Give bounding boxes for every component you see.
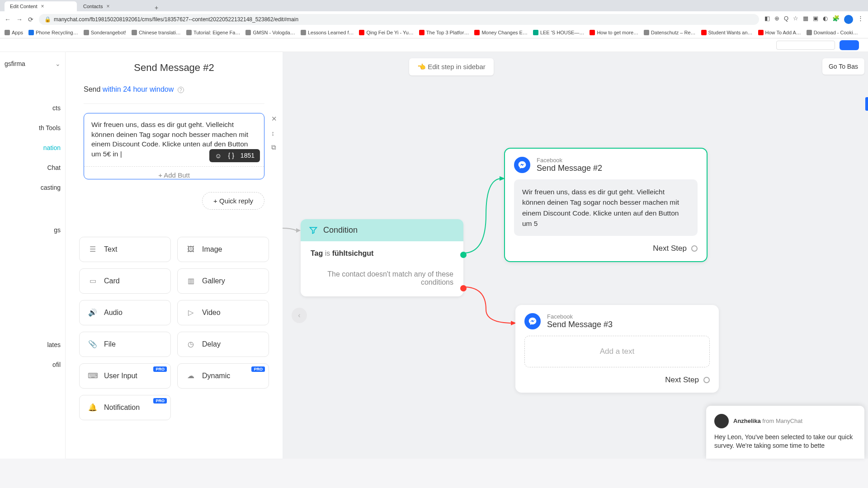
bookmarks-bar: Apps Phone Recycling… Sonderangebot! Chi…	[0, 27, 868, 38]
workspace-selector[interactable]: gsfirma ⌄	[0, 52, 65, 75]
block-gallery[interactable]: ▥Gallery	[177, 268, 269, 294]
message-node-3[interactable]: Facebook Send Message #3 Add a text Next…	[515, 305, 719, 393]
svg-marker-0	[296, 228, 301, 233]
menu-icon[interactable]: ⋮	[858, 15, 863, 24]
bookmark-item[interactable]: Qing Fei De Yi - Yu…	[359, 30, 413, 35]
forward-button[interactable]: →	[16, 16, 23, 23]
block-audio[interactable]: 🔊Audio	[79, 300, 171, 325]
bookmark-item[interactable]: Datenschutz – Re…	[644, 30, 695, 35]
ext-icon[interactable]: ⊕	[774, 15, 779, 24]
sidebar-item-active[interactable]: nation	[0, 138, 65, 158]
messenger-icon	[524, 313, 541, 329]
block-file[interactable]: 📎File	[79, 332, 171, 357]
bookmark-item[interactable]: Lessons Learned f…	[301, 30, 354, 35]
bookmark-item[interactable]: GMSN - Vologda…	[245, 30, 295, 35]
duplicate-icon[interactable]: ⧉	[271, 143, 277, 151]
ext-icon[interactable]: ▣	[813, 15, 818, 24]
delay-icon: ◷	[186, 339, 196, 349]
close-icon[interactable]: ×	[41, 3, 44, 9]
sidebar-item[interactable]: cts	[0, 98, 65, 118]
block-dynamic[interactable]: ☁DynamicPRO	[177, 363, 269, 389]
drag-handle-icon[interactable]: ↕	[271, 129, 277, 137]
reload-button[interactable]: ⟳	[28, 16, 33, 23]
address-bar-row: ← → ⟳ 🔒 manychat.com/fb198150208192061/c…	[0, 11, 868, 27]
new-tab-button[interactable]: +	[151, 4, 162, 11]
condition-node[interactable]: Condition Tag is fühltsichgut The contac…	[301, 219, 463, 296]
bookmark-item[interactable]: Phone Recycling…	[28, 30, 78, 35]
browser-chrome: Edit Content × Contacts × + ← → ⟳ 🔒 many…	[0, 0, 868, 38]
ext-icon[interactable]: Q	[784, 15, 788, 24]
output-port-nomatch[interactable]	[460, 285, 467, 291]
bookmark-item[interactable]: Student Wants an…	[701, 30, 753, 35]
bookmark-item[interactable]: How To Add A…	[758, 30, 801, 35]
block-delay[interactable]: ◷Delay	[177, 332, 269, 357]
chat-header: Anzhelika from ManyChat	[714, 414, 856, 428]
bookmark-item[interactable]: Chinese translati…	[132, 30, 181, 35]
close-icon[interactable]: ✕	[271, 115, 277, 123]
ext-icon[interactable]: 🧩	[832, 15, 840, 24]
add-quick-reply-button[interactable]: + Quick reply	[202, 192, 264, 210]
flow-canvas[interactable]: 👈 Edit step in sidebar Go To Bas ‹ Condi…	[283, 52, 868, 459]
block-card[interactable]: ▭Card	[79, 268, 171, 294]
output-port[interactable]	[691, 245, 698, 252]
sidebar-item[interactable]: lates	[0, 335, 65, 355]
profile-avatar[interactable]	[844, 15, 853, 24]
block-image[interactable]: 🖼Image	[177, 237, 269, 262]
block-user-input[interactable]: ⌨User InputPRO	[79, 363, 171, 389]
ext-icon[interactable]: ☆	[793, 15, 798, 24]
browser-tab-active[interactable]: Edit Content ×	[5, 1, 77, 11]
emoji-button[interactable]: ☺	[215, 152, 222, 160]
bookmark-item[interactable]: The Top 3 Platfor…	[419, 30, 469, 35]
platform-label: Facebook	[537, 157, 602, 164]
ext-icon[interactable]: ◐	[823, 15, 828, 24]
bookmark-item[interactable]: Tutorial: Eigene Fa…	[186, 30, 241, 35]
address-bar[interactable]: 🔒 manychat.com/fb198150208192061/cms/fil…	[39, 14, 759, 25]
bookmark-item[interactable]: LEE 'S HOUSE—…	[533, 30, 584, 35]
bookmark-item[interactable]: Sonderangebot!	[84, 30, 126, 35]
add-text-placeholder[interactable]: Add a text	[524, 336, 710, 367]
send-timing-link[interactable]: within 24 hour window	[103, 85, 174, 93]
sidebar-item[interactable]: Chat	[0, 158, 65, 178]
text-message-block[interactable]: Wir freuen uns, dass es dir gut geht. Vi…	[84, 113, 264, 179]
bookmark-item[interactable]: How to get more…	[590, 30, 638, 35]
lock-icon: 🔒	[44, 16, 51, 23]
search-input[interactable]	[776, 41, 835, 50]
primary-action-button[interactable]	[840, 40, 859, 50]
sidebar-item[interactable]: casting	[0, 178, 65, 197]
close-icon[interactable]: ×	[106, 3, 109, 9]
back-button[interactable]: ←	[5, 16, 11, 23]
nav-back-circle[interactable]: ‹	[292, 308, 307, 323]
block-notification[interactable]: 🔔NotificationPRO	[79, 395, 171, 420]
bookmark-item[interactable]: Download - Cooki…	[807, 30, 858, 35]
ext-icon[interactable]: ◧	[764, 15, 770, 24]
bookmark-item[interactable]: Apps	[5, 30, 23, 35]
next-step-row: Next Step	[524, 367, 710, 385]
audio-icon: 🔊	[88, 308, 98, 318]
send-timing-row: Send within 24 hour window ?	[84, 77, 264, 102]
message-node-2[interactable]: Facebook Send Message #2 Wir freuen uns,…	[504, 148, 708, 262]
support-chat-popup[interactable]: Anzhelika from ManyChat Hey Leon, You've…	[706, 406, 864, 459]
block-text[interactable]: ☰Text	[79, 237, 171, 262]
file-icon: 📎	[88, 339, 98, 349]
sidebar-item[interactable]: ofil	[0, 355, 65, 375]
sidebar-item[interactable]: th Tools	[0, 118, 65, 138]
gallery-icon: ▥	[186, 276, 196, 286]
bookmark-item[interactable]: Money Changes E…	[474, 30, 528, 35]
add-button-label[interactable]: + Add Butt	[84, 166, 264, 179]
ext-icon[interactable]: ▦	[803, 15, 808, 24]
info-icon[interactable]: ?	[178, 87, 184, 93]
output-port[interactable]	[703, 377, 710, 383]
edit-step-sidebar-button[interactable]: 👈 Edit step in sidebar	[409, 58, 494, 75]
output-port-match[interactable]	[460, 252, 467, 258]
editor-panel: Send Message #2 Send within 24 hour wind…	[66, 52, 283, 459]
extension-icons: ◧ ⊕ Q ☆ ▦ ▣ ◐ 🧩 ⋮	[764, 15, 863, 24]
block-video[interactable]: ▷Video	[177, 300, 269, 325]
cloud-icon: ☁	[186, 371, 196, 381]
avatar	[714, 414, 729, 428]
editor-title: Send Message #2	[66, 52, 283, 77]
sidebar-item[interactable]: gs	[0, 220, 65, 240]
browser-tab[interactable]: Contacts ×	[78, 1, 150, 11]
variable-button[interactable]: { }	[228, 152, 234, 159]
go-basic-button[interactable]: Go To Bas	[822, 58, 864, 75]
node-title: Send Message #2	[537, 164, 602, 173]
